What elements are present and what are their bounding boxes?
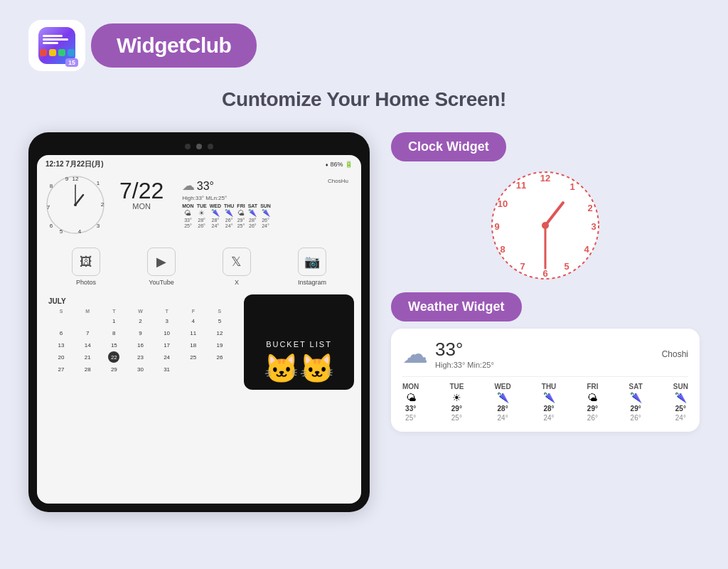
svg-point-29 xyxy=(542,222,549,229)
cal-cell: 16 xyxy=(134,339,146,351)
svg-text:6: 6 xyxy=(542,268,547,279)
cal-cell: 5 xyxy=(214,315,225,326)
tablet-clock-widget: 12 1 2 3 4 5 6 7 8 9 xyxy=(44,174,107,236)
cal-cell xyxy=(55,315,67,326)
weather-big-location: Choshi xyxy=(662,349,688,359)
svg-text:12: 12 xyxy=(540,173,550,184)
svg-text:8: 8 xyxy=(500,244,505,255)
cal-cell: 21 xyxy=(82,351,93,363)
cal-cell: 19 xyxy=(214,339,225,351)
app-icon: 15 xyxy=(38,27,75,64)
weather-big-day: TUE☀29°25° xyxy=(449,383,464,422)
weather-widget-label-pill: Weather Widget xyxy=(391,292,522,321)
svg-text:4: 4 xyxy=(78,228,82,235)
camera-dot-main xyxy=(196,144,202,149)
cal-header: T xyxy=(101,308,127,314)
cal-cell: 1 xyxy=(108,315,119,326)
svg-text:8: 8 xyxy=(50,183,53,189)
clock-widget-section: Clock Widget 12 1 2 3 4 5 6 7 8 9 10 xyxy=(391,132,700,282)
cal-cell: 8 xyxy=(108,327,119,339)
svg-text:7: 7 xyxy=(47,204,50,211)
cal-cell: 24 xyxy=(161,351,173,363)
svg-text:9: 9 xyxy=(494,221,499,232)
cal-header: S xyxy=(207,308,232,314)
weather-big-day: FRI🌤29°26° xyxy=(587,383,598,422)
screen-battery: ⬧ 86% 🔋 xyxy=(325,161,353,168)
tablet-weather-day: WED🌂28°24° xyxy=(210,203,221,228)
camera-dot-left xyxy=(185,144,191,149)
tablet-app-icons: 🖼Photos▶YouTube𝕏X📷Instagram xyxy=(37,239,361,294)
cal-cell: 12 xyxy=(214,327,225,339)
svg-text:11: 11 xyxy=(516,180,526,191)
weather-cloud-icon: ☁ xyxy=(402,339,428,369)
svg-text:7: 7 xyxy=(520,261,525,272)
tablet-weather-day: FRI🌤29°25° xyxy=(237,203,245,228)
cal-header: T xyxy=(154,308,180,314)
tablet-weather-day: TUE☀28°26° xyxy=(197,203,207,228)
cal-cell: 14 xyxy=(82,339,93,351)
cal-cell: 6 xyxy=(55,327,67,339)
svg-text:2: 2 xyxy=(101,201,105,208)
weather-big-day: SUN🌂25°24° xyxy=(673,383,688,422)
tablet-weather-widget: ☁ 33° ChosHu High:33° MLn:25° MON🌤33°25°… xyxy=(176,174,354,233)
weather-widget-label: Weather Widget xyxy=(408,299,505,314)
tablet-app-icon[interactable]: 🖼Photos xyxy=(72,248,100,286)
svg-text:9: 9 xyxy=(65,176,69,182)
cal-cell: 27 xyxy=(55,363,67,375)
cal-cell: 23 xyxy=(134,351,146,363)
tablet-app-icon[interactable]: ▶YouTube xyxy=(147,248,176,286)
right-panel: Clock Widget 12 1 2 3 4 5 6 7 8 9 10 xyxy=(391,132,700,512)
svg-text:4: 4 xyxy=(584,244,589,255)
cal-header: M xyxy=(75,308,100,314)
subtitle: Cuntomize Your Home Screen! xyxy=(0,88,728,111)
svg-text:5: 5 xyxy=(60,228,63,235)
cal-header: F xyxy=(181,308,206,314)
weather-widget-big: ☁ 33° High:33° Min:25° Choshi MON🌤33°25°… xyxy=(391,329,700,432)
weather-big-day: THU🌂28°24° xyxy=(542,383,557,422)
header: 15 WidgetClub xyxy=(0,0,728,71)
bucket-cats-icon: 🐱🐱 xyxy=(264,354,335,383)
svg-text:6: 6 xyxy=(50,223,53,229)
cal-cell: 15 xyxy=(108,339,119,351)
cal-header: W xyxy=(127,308,153,314)
tablet-weather-day: SUN🌂26°24° xyxy=(260,203,271,228)
cal-cell: 11 xyxy=(188,327,199,339)
cal-cell xyxy=(55,376,67,387)
svg-text:5: 5 xyxy=(564,261,569,272)
weather-big-day: MON🌤33°25° xyxy=(402,383,419,422)
cal-cell: 22 xyxy=(108,351,119,363)
weather-big-day: SAT🌂29°26° xyxy=(629,383,643,422)
screen-top-bar: 12:12 7月22日(月) ⬧ 86% 🔋 xyxy=(37,155,361,171)
svg-text:2: 2 xyxy=(587,203,592,213)
cal-cell xyxy=(82,315,93,326)
svg-text:12: 12 xyxy=(73,176,79,182)
cal-cell: 9 xyxy=(134,327,146,339)
svg-point-13 xyxy=(74,203,77,206)
svg-text:3: 3 xyxy=(591,221,596,232)
cal-cell: 25 xyxy=(188,351,199,363)
logo-badge: 15 xyxy=(65,58,78,67)
cal-cell xyxy=(214,363,225,375)
clock-widget-label-pill: Clock Widget xyxy=(391,132,506,161)
clock-widget-label: Clock Widget xyxy=(408,139,489,154)
tablet-container: 12:12 7月22日(月) ⬧ 86% 🔋 12 1 2 xyxy=(28,132,370,512)
cal-cell: 7 xyxy=(82,327,93,339)
app-title-pill: WidgetClub xyxy=(91,23,257,68)
cal-cell: 13 xyxy=(55,339,67,351)
tablet-bottom: JULY SMTWTFS1234567891011121314151617181… xyxy=(37,294,361,394)
logo-container: 15 xyxy=(28,20,85,71)
tablet-bucket-list: Bucket List 🐱🐱 xyxy=(244,294,354,390)
calendar-grid: SMTWTFS123456789101112131415161718192021… xyxy=(48,308,232,387)
cal-cell: 29 xyxy=(108,363,119,375)
tablet: 12:12 7月22日(月) ⬧ 86% 🔋 12 1 2 xyxy=(28,132,370,512)
svg-text:10: 10 xyxy=(498,198,508,209)
cal-cell xyxy=(82,376,93,387)
tablet-app-icon[interactable]: 𝕏X xyxy=(223,248,251,286)
camera-dot-right xyxy=(208,144,213,149)
svg-text:1: 1 xyxy=(569,181,574,192)
widget-row-top: 12 1 2 3 4 5 6 7 8 9 xyxy=(37,171,361,239)
weather-big-temp: 33° xyxy=(435,339,494,361)
cal-cell: 4 xyxy=(188,315,199,326)
tablet-app-icon[interactable]: 📷Instagram xyxy=(298,248,326,286)
cal-cell: 2 xyxy=(134,315,146,326)
